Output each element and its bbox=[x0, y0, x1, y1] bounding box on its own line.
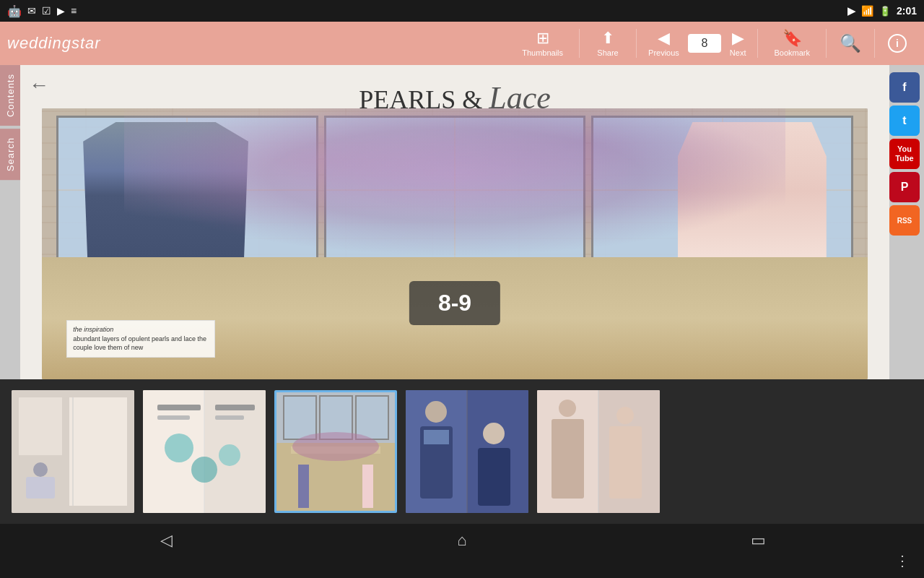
svg-rect-40 bbox=[552, 419, 584, 499]
svg-point-35 bbox=[483, 423, 505, 444]
next-label: Next bbox=[730, 48, 746, 57]
svg-point-43 bbox=[616, 407, 634, 424]
svg-rect-41 bbox=[609, 426, 642, 499]
thumbnail-2-image bbox=[143, 390, 266, 513]
thumbnail-1[interactable] bbox=[12, 390, 134, 513]
previous-button[interactable]: ◀ Previous bbox=[640, 26, 688, 61]
thumbnail-3-active[interactable] bbox=[274, 390, 397, 513]
svg-rect-16 bbox=[215, 415, 244, 420]
social-panel: f t YouTube P RSS bbox=[889, 65, 924, 379]
previous-label: Previous bbox=[648, 48, 679, 57]
svg-rect-33 bbox=[478, 448, 510, 506]
back-button[interactable]: ◁ bbox=[144, 531, 188, 550]
media-icon: ▶ bbox=[57, 5, 65, 17]
toolbar-actions: ⊞ Thumbnails ⬆ Share ◀ Previous ▶ Next 🔖… bbox=[509, 26, 917, 61]
share-label: Share bbox=[597, 48, 618, 57]
thumbnail-1-image bbox=[12, 390, 134, 513]
time-label: 2:01 bbox=[897, 5, 917, 17]
android-icon: 🤖 bbox=[7, 4, 22, 18]
svg-rect-14 bbox=[157, 415, 190, 420]
facebook-icon: f bbox=[902, 81, 906, 94]
title-lace: Lace bbox=[489, 80, 551, 116]
main-photo: 8-9 the inspiration abundant layers of o… bbox=[42, 108, 868, 379]
svg-point-10 bbox=[165, 434, 193, 462]
thumbnail-strip bbox=[0, 379, 924, 524]
svg-rect-4 bbox=[26, 477, 55, 499]
android-nav-bar: ◁ ⌂ ▭ ⋮ bbox=[0, 524, 924, 556]
rss-icon: RSS bbox=[897, 217, 912, 225]
bluetooth-icon: ▶ bbox=[847, 5, 855, 17]
bookmark-label: Bookmark bbox=[774, 48, 810, 57]
text-snippet: the inspiration abundant layers of opule… bbox=[66, 320, 215, 358]
thumbnail-5-image bbox=[537, 390, 660, 513]
youtube-icon: YouTube bbox=[895, 144, 913, 163]
page-number-input[interactable] bbox=[694, 37, 715, 50]
svg-point-34 bbox=[425, 401, 447, 423]
snippet-italic: the inspiration bbox=[73, 326, 113, 333]
task-icon: ☑ bbox=[42, 5, 51, 17]
svg-point-11 bbox=[219, 444, 240, 466]
search-label: Search bbox=[5, 137, 16, 171]
svg-point-42 bbox=[559, 400, 576, 417]
share-icon: ⬆ bbox=[601, 30, 614, 46]
thumbnail-4[interactable] bbox=[406, 390, 528, 513]
share-button[interactable]: ⬆ Share bbox=[583, 26, 633, 61]
wifi-icon: 📶 bbox=[861, 5, 873, 17]
search-tab[interactable]: Search bbox=[0, 129, 20, 180]
bookmark-button[interactable]: 🔖 Bookmark bbox=[761, 26, 823, 61]
title-pearls: PEARLS & bbox=[359, 85, 489, 114]
svg-rect-19 bbox=[284, 396, 316, 439]
thumbnail-4-image bbox=[406, 390, 528, 513]
magazine-title: PEARLS & Lace bbox=[20, 79, 889, 116]
info-button[interactable]: i bbox=[878, 30, 917, 57]
svg-rect-25 bbox=[298, 465, 309, 508]
battery-icon: 🔋 bbox=[879, 6, 891, 17]
page-image-area: ← PEARLS & Lace bbox=[20, 65, 889, 379]
status-icons-left: 🤖 ✉ ☑ ▶ ≡ bbox=[7, 4, 77, 18]
info-icon: i bbox=[888, 34, 907, 53]
youtube-button[interactable]: YouTube bbox=[889, 139, 920, 169]
thumbnails-label: Thumbnails bbox=[522, 48, 563, 57]
search-button[interactable]: 🔍 bbox=[829, 29, 871, 58]
twitter-button[interactable]: t bbox=[889, 105, 920, 136]
page-number-overlay: 8-9 bbox=[409, 281, 500, 325]
gmail-icon: ✉ bbox=[27, 5, 36, 17]
contents-tab[interactable]: Contents bbox=[0, 65, 20, 126]
thumbnail-5[interactable] bbox=[537, 390, 660, 513]
svg-rect-1 bbox=[19, 397, 62, 455]
separator4 bbox=[826, 29, 827, 58]
recents-button[interactable]: ▭ bbox=[736, 531, 780, 550]
svg-point-24 bbox=[292, 432, 379, 461]
separator2 bbox=[636, 29, 637, 58]
pinterest-icon: P bbox=[901, 181, 909, 194]
thumbnails-button[interactable]: ⊞ Thumbnails bbox=[509, 26, 576, 61]
more-button[interactable]: ⋮ bbox=[895, 552, 910, 569]
rss-button[interactable]: RSS bbox=[889, 205, 920, 236]
next-button[interactable]: ▶ Next bbox=[721, 26, 755, 61]
page-number-input-wrap bbox=[688, 34, 721, 53]
separator5 bbox=[874, 29, 875, 58]
separator bbox=[579, 29, 580, 58]
back-arrow-button[interactable]: ← bbox=[29, 74, 49, 97]
status-bar: 🤖 ✉ ☑ ▶ ≡ ▶ 📶 🔋 2:01 bbox=[0, 0, 924, 22]
main-area: Contents Search ← PEARLS & Lace bbox=[0, 65, 924, 379]
thumbnail-3-image bbox=[276, 392, 395, 511]
thumbnails-icon: ⊞ bbox=[536, 30, 549, 46]
separator3 bbox=[757, 29, 758, 58]
thumbnail-2[interactable] bbox=[143, 390, 266, 513]
pinterest-button[interactable]: P bbox=[889, 172, 920, 202]
facebook-button[interactable]: f bbox=[889, 72, 920, 103]
svg-point-12 bbox=[191, 457, 217, 483]
contents-label: Contents bbox=[5, 74, 16, 117]
svg-point-5 bbox=[33, 462, 48, 477]
snippet-body: abundant layers of opulent pearls and la… bbox=[73, 335, 206, 352]
search-icon: 🔍 bbox=[840, 33, 861, 53]
bookmark-icon: 🔖 bbox=[783, 30, 802, 46]
home-button[interactable]: ⌂ bbox=[440, 531, 484, 550]
flowers-overlay bbox=[124, 108, 785, 256]
page-viewer: ← PEARLS & Lace bbox=[20, 65, 889, 379]
previous-icon: ◀ bbox=[658, 30, 670, 46]
svg-rect-32 bbox=[424, 430, 449, 444]
side-tabs: Contents Search bbox=[0, 65, 20, 379]
svg-rect-2 bbox=[69, 397, 127, 506]
